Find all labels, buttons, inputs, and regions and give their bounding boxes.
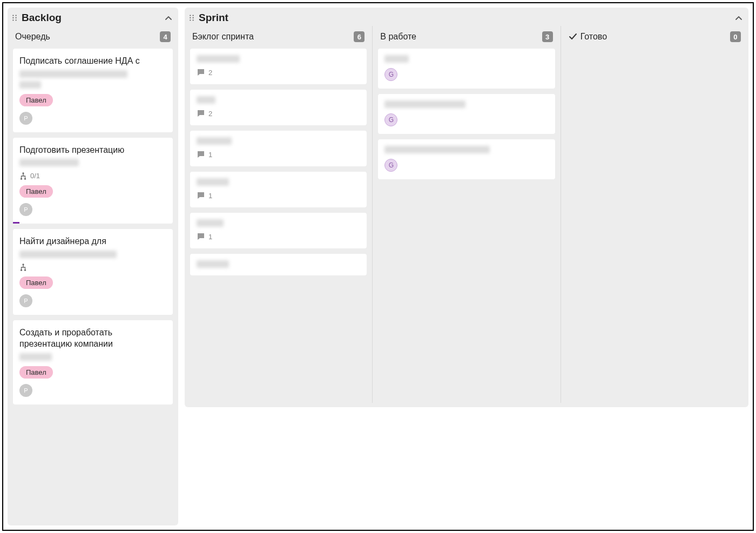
redacted-text [384,55,409,63]
svg-point-17 [192,19,193,21]
task-card[interactable]: Подготовить презентацию 0/1 Павел P [13,138,173,224]
redacted-text [197,219,224,227]
backlog-title: Backlog [22,12,164,24]
drag-handle-icon[interactable] [11,14,18,22]
column-title: В работе [380,32,542,42]
svg-point-2 [12,17,14,18]
card-list: G G G [378,49,555,179]
svg-point-6 [22,172,24,174]
comment-count: 2 [208,110,212,118]
sprint-section: Sprint Бэклог спринта 6 2 [185,8,748,407]
avatar: P [19,112,32,125]
svg-point-13 [192,15,193,16]
svg-point-9 [22,264,24,265]
sprint-header[interactable]: Sprint [185,8,748,26]
subtask-meta: 0/1 [19,172,166,180]
task-card[interactable]: G [378,139,555,179]
progress-indicator [13,222,19,224]
task-card[interactable]: Подписать соглашение НДА с Павел P [13,49,173,132]
check-icon [569,32,577,41]
column-title: Бэклог спринта [192,32,354,42]
card-title: Найти дизайнера для [19,235,166,247]
svg-point-1 [15,15,16,16]
card-title: Подписать соглашение НДА с [19,55,166,67]
svg-point-15 [192,17,193,18]
svg-point-11 [24,269,26,271]
task-card[interactable]: G [378,94,555,134]
subtask-count: 0/1 [30,172,40,180]
redacted-text [19,353,52,361]
drag-handle-icon[interactable] [188,14,195,22]
count-badge: 3 [542,31,553,42]
collapse-icon[interactable] [734,14,743,22]
column-title: Готово [580,32,730,42]
avatar: P [19,294,32,307]
avatar: P [19,384,32,397]
backlog-header[interactable]: Backlog [8,8,178,26]
task-card[interactable]: 1 [190,131,367,166]
task-card[interactable]: 1 [190,213,367,248]
svg-point-16 [190,19,191,21]
redacted-text [197,55,240,63]
card-title: Подготовить презентацию [19,144,166,156]
redacted-text [197,96,215,104]
done-column: Готово 0 [561,26,748,403]
redacted-text [19,251,117,258]
subtask-meta [19,264,166,271]
task-card[interactable]: Найти дизайнера для Павел P [13,229,173,315]
backlog-column: Очередь 4 Подписать соглашение НДА с Пав… [8,26,178,521]
task-card[interactable]: 1 [190,172,367,207]
svg-point-0 [12,15,14,16]
redacted-text [19,81,41,89]
card-title: Создать и проработать презентацию компан… [19,327,166,350]
subtask-icon [19,172,27,180]
redacted-text [384,100,465,108]
assignee-tag: Павел [19,366,53,379]
comment-icon [197,191,205,200]
redacted-text [197,137,232,145]
sprint-backlog-column: Бэклог спринта 6 2 [185,26,372,403]
count-badge: 6 [354,31,364,42]
sprint-title: Sprint [199,12,734,24]
svg-point-14 [190,17,191,18]
task-card[interactable]: Создать и проработать презентацию компан… [13,320,173,404]
comment-count: 1 [208,192,212,200]
avatar: P [19,203,32,216]
comment-count: 1 [208,151,212,159]
assignee-tag: Павел [19,185,53,198]
task-card[interactable]: 2 [190,90,367,125]
task-card[interactable]: 2 [190,49,367,84]
comment-meta: 1 [197,191,360,200]
avatar: G [384,159,397,172]
redacted-text [197,178,229,186]
assignee-tag: Павел [19,94,53,106]
column-header: В работе 3 [378,26,555,49]
comment-count: 1 [208,233,212,241]
count-badge: 4 [160,31,171,42]
column-header: Бэклог спринта 6 [190,26,367,49]
redacted-text [19,159,79,166]
comment-icon [197,68,205,77]
comment-meta: 2 [197,68,360,77]
collapse-icon[interactable] [164,14,173,22]
svg-point-12 [190,15,191,16]
svg-point-10 [21,269,22,271]
comment-icon [197,109,205,118]
svg-point-5 [15,19,16,21]
svg-point-4 [12,19,14,21]
redacted-text [384,146,490,153]
column-header-queue: Очередь 4 [13,26,173,49]
column-header: Готово 0 [566,26,743,49]
svg-point-7 [21,178,22,179]
task-card[interactable] [190,254,367,275]
comment-icon [197,232,205,241]
svg-point-3 [15,17,16,18]
redacted-text [19,70,127,78]
column-title: Очередь [15,32,160,42]
kanban-board: Backlog Очередь 4 Подписать соглашение Н… [2,2,754,531]
comment-meta: 1 [197,232,360,241]
card-list: 2 2 1 [190,49,367,275]
backlog-section: Backlog Очередь 4 Подписать соглашение Н… [8,8,178,525]
comment-meta: 1 [197,150,360,159]
task-card[interactable]: G [378,49,555,89]
